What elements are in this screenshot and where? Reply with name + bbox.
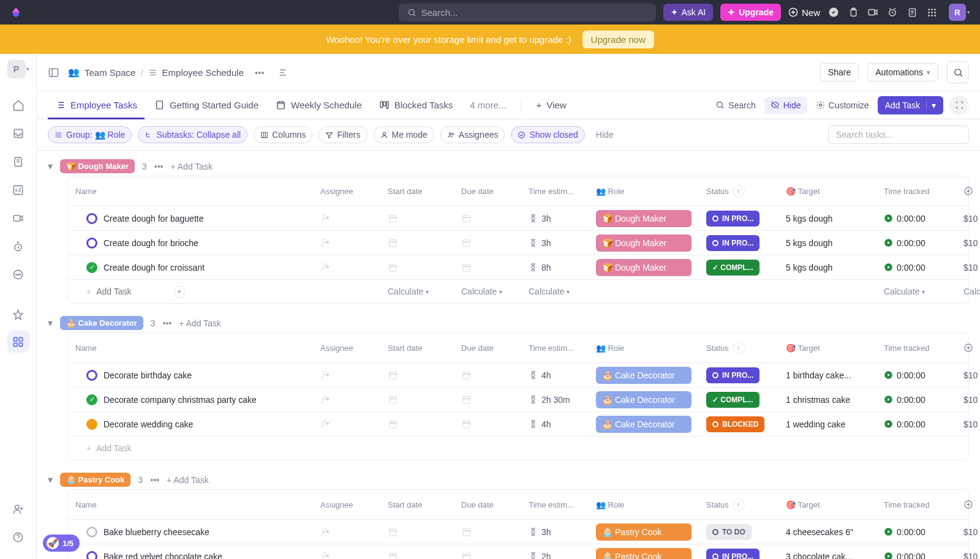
status-pill[interactable]: IN PRO... [706,367,760,383]
more-options[interactable]: ••• [252,67,267,78]
ask-ai-button[interactable]: ✦ Ask AI [663,4,714,21]
task-row[interactable]: Create dough for brioche 3h 🍞 Dough Make… [68,231,968,255]
collapse-icon[interactable] [276,67,291,78]
add-column[interactable] [956,182,980,200]
assignee-cell[interactable] [313,258,380,276]
due-date-cell[interactable] [454,209,521,227]
task-row[interactable]: ✓Create dough for croissant 8h 🍞 Dough M… [68,255,968,280]
favorites-icon[interactable] [7,304,29,326]
task-row[interactable]: Decorate wedding cake 4h 🎂 Cake Decorato… [68,412,968,437]
customize-view[interactable]: Customize [810,97,875,114]
inline-add-task[interactable] [96,287,170,296]
me-mode-chip[interactable]: Me mode [374,126,434,143]
clips-icon[interactable] [7,207,29,229]
group-tag[interactable]: 🧁 Pastry Cook [60,473,130,487]
tab-employee-tasks[interactable]: Employee Tasks [48,91,145,119]
start-date-cell[interactable] [380,366,454,384]
add-task-button[interactable]: Add Task▾ [878,96,943,114]
start-date-cell[interactable] [380,523,454,541]
dashboards-icon[interactable] [7,179,29,201]
role-pill[interactable]: 🎂 Cake Decorator [596,416,692,433]
group-more[interactable]: ••• [154,162,164,171]
start-date-cell[interactable] [380,209,454,227]
status-pill[interactable]: IN PRO... [706,235,760,251]
assignee-cell[interactable] [313,234,380,252]
add-task-inline[interactable]: +Add Task [68,440,313,457]
inbox-icon[interactable] [7,122,29,144]
target-cell[interactable]: 5 kgs dough [778,259,876,276]
group-add-task[interactable]: + Add Task [167,475,209,485]
start-date-cell[interactable] [380,234,454,252]
page-title[interactable]: Employee Schedule [162,67,244,78]
status-dot[interactable]: ✓ [86,262,97,273]
global-search[interactable]: Search... [399,4,656,21]
invite-icon[interactable] [7,498,29,520]
clipboard-icon[interactable] [847,6,859,18]
due-date-cell[interactable] [454,234,521,252]
task-row[interactable]: Create dough for baguette 3h 🍞 Dough Mak… [68,206,968,231]
time-tracked-cell[interactable]: 0:00:00 [876,259,956,276]
assignee-cell[interactable] [313,415,380,433]
assignees-chip[interactable]: Assignees [440,126,505,143]
check-circle-icon[interactable] [827,6,840,18]
spaces-icon[interactable] [7,331,29,353]
timesheets-icon[interactable] [7,235,29,257]
assignee-cell[interactable] [313,547,380,559]
due-date-cell[interactable] [454,258,521,276]
add-column[interactable] [956,496,980,513]
tab-weekly-schedule[interactable]: Weekly Schedule [268,91,369,119]
assignee-cell[interactable] [313,391,380,408]
due-date-cell[interactable] [454,415,521,433]
play-icon[interactable] [884,395,893,404]
group-add-task[interactable]: + Add Task [170,162,213,171]
help-icon[interactable] [7,526,29,548]
status-pill[interactable]: ✓ COMPL... [706,260,760,276]
role-pill[interactable]: 🧁 Pastry Cook [596,523,692,541]
status-dot[interactable] [86,551,97,560]
due-date-cell[interactable] [454,366,521,384]
estimate-cell[interactable]: 4h [521,367,589,384]
calculate-cell[interactable]: Calculate ▾ [529,287,581,296]
show-closed-chip[interactable]: Show closed [511,126,584,143]
role-pill[interactable]: 🧁 Pastry Cook [596,548,692,560]
role-pill[interactable]: 🍞 Dough Maker [596,234,692,252]
add-view[interactable]: +View [529,91,573,119]
role-pill[interactable]: 🍞 Dough Maker [596,259,692,276]
status-pill[interactable]: BLOCKED [706,416,764,432]
status-dot[interactable] [86,370,97,381]
status-dot[interactable]: ✓ [86,394,97,405]
target-cell[interactable]: 3 chocolate cak... [778,548,876,560]
breadcrumb-space[interactable]: Team Space [85,67,135,78]
group-collapse[interactable]: ▾ [48,474,53,486]
target-cell[interactable]: 1 wedding cake [778,416,876,433]
due-date-cell[interactable] [454,391,521,408]
status-dot[interactable] [86,213,97,224]
app-logo[interactable] [10,6,22,18]
filters-chip[interactable]: Filters [318,126,367,143]
status-dot[interactable] [86,527,97,538]
estimate-cell[interactable]: 8h [521,259,589,276]
user-avatar[interactable]: R [949,4,966,21]
target-cell[interactable]: 4 cheesecakes 6" [778,523,876,541]
status-dot[interactable] [86,238,97,249]
new-button[interactable]: New [788,7,820,18]
group-collapse[interactable]: ▾ [48,317,53,329]
play-icon[interactable] [884,552,893,559]
upgrade-button[interactable]: ✦ Upgrade [720,4,781,21]
due-date-cell[interactable] [454,523,521,541]
estimate-cell[interactable]: 2h [521,548,589,560]
calculate-cell[interactable]: Calculate ▾ [388,287,447,296]
task-row[interactable]: Bake red velvet chocolate cake 2h 🧁 Past… [68,544,968,559]
time-tracked-cell[interactable]: 0:00:00 [876,416,956,433]
play-icon[interactable] [884,419,893,429]
target-cell[interactable]: 5 kgs dough [778,234,876,252]
more-icon[interactable] [7,263,29,285]
subtasks-chip[interactable]: Subtasks: Collapse all [138,126,247,143]
group-more[interactable]: ••• [150,475,159,485]
start-date-cell[interactable] [380,415,454,433]
start-date-cell[interactable] [380,547,454,559]
group-collapse[interactable]: ▾ [48,160,53,172]
play-icon[interactable] [884,370,893,380]
target-cell[interactable]: 1 christmas cake [778,391,876,408]
onboarding-progress[interactable]: 🚀 1/5 [43,535,80,552]
